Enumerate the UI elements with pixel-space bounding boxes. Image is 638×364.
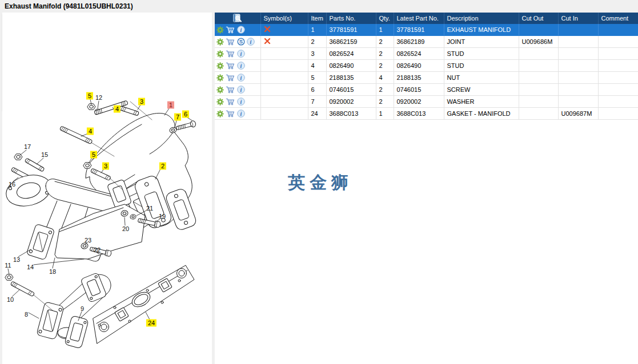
cell-qty: 1	[376, 24, 394, 36]
table-row[interactable]: i6074601520746015SCREW	[215, 84, 638, 96]
diagram-callout-23[interactable]: 23	[84, 237, 92, 244]
table-row[interactable]: i5218813542188135NUT	[215, 72, 638, 84]
info-icon[interactable]: i	[237, 74, 245, 82]
info-icon[interactable]: i	[237, 26, 245, 34]
diagram-callout-2[interactable]: 2	[159, 163, 166, 170]
cell-parts-no: 0826490	[326, 60, 376, 72]
header-item[interactable]: Item	[308, 13, 326, 24]
symbol-cell	[260, 24, 308, 36]
info-icon[interactable]: i	[237, 50, 245, 58]
cell-comment	[598, 108, 638, 120]
symbol-cell	[260, 48, 308, 60]
cart-icon[interactable]	[226, 74, 235, 82]
cart-icon[interactable]	[226, 110, 235, 118]
cell-description: STUD	[444, 48, 519, 60]
header-qty[interactable]: Qty.	[376, 13, 394, 24]
gear-icon[interactable]	[216, 38, 224, 46]
cell-qty: 2	[376, 96, 394, 108]
cell-comment	[598, 24, 638, 36]
diagram-callout-3[interactable]: 3	[138, 98, 145, 106]
info-icon[interactable]: i	[247, 38, 255, 46]
cart-icon[interactable]	[226, 98, 235, 106]
gear-icon[interactable]	[216, 110, 224, 118]
diagram-callout-4[interactable]: 4	[114, 106, 121, 113]
cell-cut-in	[558, 48, 598, 60]
cell-item: 7	[308, 96, 326, 108]
svg-text:i: i	[250, 39, 252, 45]
cell-parts-no: 36862159	[326, 36, 376, 48]
diagram-callout-22[interactable]: 22	[93, 246, 101, 254]
table-row[interactable]: i243688C01313688C013GASKET - MANIFOLDU00…	[215, 108, 638, 120]
svg-text:i: i	[240, 27, 242, 33]
cell-description: SCREW	[444, 84, 519, 96]
diagram-callout-6[interactable]: 6	[182, 111, 189, 118]
gear-icon[interactable]	[216, 62, 224, 70]
cell-parts-no: 3688C013	[326, 108, 376, 120]
cell-item: 6	[308, 84, 326, 96]
svg-text:i: i	[240, 63, 242, 69]
search-preview-icon	[232, 14, 242, 23]
diagram-callout-5[interactable]: 5	[90, 151, 97, 159]
table-row[interactable]: i7092000220920002WASHER	[215, 96, 638, 108]
header-cut-out[interactable]: Cut Out	[519, 13, 558, 24]
diagram-callout-20[interactable]: 20	[122, 225, 130, 233]
diagram-callout-11[interactable]: 11	[4, 262, 11, 269]
symbol-cell	[260, 84, 308, 96]
diagram-callout-4[interactable]: 4	[87, 128, 94, 135]
diagram-callout-13[interactable]: 13	[13, 256, 21, 264]
cell-comment	[598, 60, 638, 72]
diagram-callout-15[interactable]: 15	[41, 151, 49, 159]
cart-icon[interactable]	[226, 50, 235, 58]
cell-description: GASKET - MANIFOLD	[444, 108, 519, 120]
diagram-callout-14[interactable]: 14	[26, 264, 34, 271]
cart-icon[interactable]	[226, 86, 235, 94]
diagram-callout-12[interactable]: 12	[95, 94, 103, 102]
cell-cut-in	[558, 96, 598, 108]
gear-icon[interactable]	[216, 50, 224, 58]
header-description[interactable]: Description	[444, 13, 519, 24]
table-row[interactable]: i137781591137781591EXHAUST MANIFOLD	[215, 24, 638, 36]
cell-latest-part-no: 36862189	[394, 36, 444, 48]
header-comment[interactable]: Comment	[598, 13, 638, 24]
header-latest-part-no[interactable]: Latest Part No.	[394, 13, 444, 24]
gear-icon[interactable]	[216, 98, 224, 106]
gear-icon[interactable]	[216, 74, 224, 82]
diagram-callout-24[interactable]: 24	[146, 319, 157, 327]
header-cut-in[interactable]: Cut In	[558, 13, 598, 24]
diagram-callout-21[interactable]: 21	[146, 205, 154, 212]
info-icon[interactable]: i	[237, 62, 245, 70]
diagram-callout-19[interactable]: 19	[158, 213, 166, 220]
table-row[interactable]: Si236862159236862189JOINTU009686M	[215, 36, 638, 48]
table-row[interactable]: i4082649020826490STUD	[215, 60, 638, 72]
part-lower-fasteners	[5, 274, 34, 297]
diagram-callout-7[interactable]: 7	[174, 114, 181, 121]
diagram-callout-3[interactable]: 3	[102, 163, 109, 170]
diagram-callout-5[interactable]: 5	[86, 92, 93, 100]
diagram-panel[interactable]	[2, 13, 212, 364]
diagram-callout-9[interactable]: 9	[80, 305, 85, 313]
cell-latest-part-no: 0920002	[394, 96, 444, 108]
header-parts-no[interactable]: Parts No.	[326, 13, 376, 24]
cart-icon[interactable]	[226, 38, 235, 46]
diagram-callout-18[interactable]: 18	[49, 268, 57, 276]
cart-icon[interactable]	[226, 26, 235, 34]
cell-latest-part-no: 2188135	[394, 72, 444, 84]
info-icon[interactable]: i	[237, 110, 245, 118]
info-icon[interactable]: i	[237, 98, 245, 106]
info-icon[interactable]: i	[237, 86, 245, 94]
diagram-callout-16[interactable]: 16	[8, 181, 16, 188]
table-row[interactable]: i3082652420826524STUD	[215, 48, 638, 60]
diagram-callout-8[interactable]: 8	[24, 311, 29, 318]
gear-icon[interactable]	[216, 26, 224, 34]
diagram-callout-17[interactable]: 17	[23, 143, 31, 151]
row-action-icons: i	[215, 96, 260, 108]
diagram-callout-1[interactable]: 1	[167, 102, 174, 109]
header-symbols[interactable]: Symbol(s)	[260, 13, 308, 24]
exhaust-manifold-diagram	[2, 13, 212, 364]
cell-parts-no: 0826524	[326, 48, 376, 60]
diagram-callout-10[interactable]: 10	[6, 296, 14, 304]
cart-icon[interactable]	[226, 62, 235, 70]
s-badge-icon[interactable]: S	[237, 38, 245, 46]
symbol-cell	[260, 96, 308, 108]
gear-icon[interactable]	[216, 86, 224, 94]
